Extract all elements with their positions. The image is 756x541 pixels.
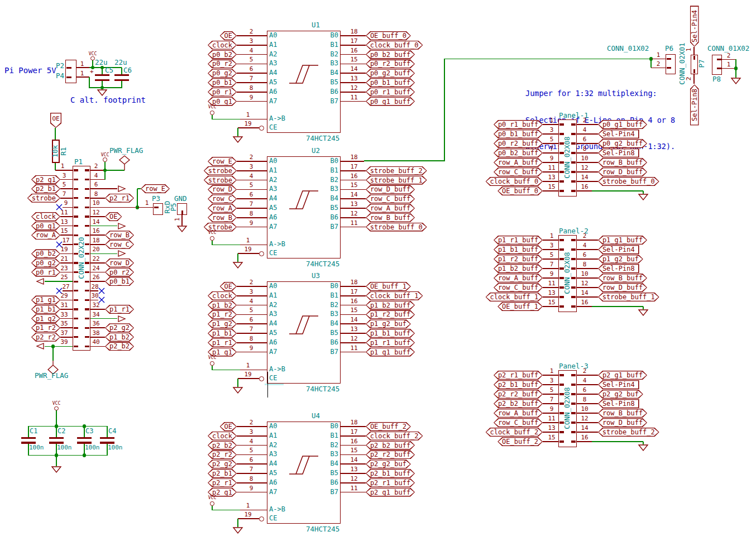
gnd-symbol[interactable] — [176, 226, 188, 233]
net-label-row_B_buff[interactable]: row_B_buff — [598, 409, 647, 418]
net-label-Sel-Pin8[interactable]: Sel-Pin8 — [598, 399, 639, 408]
net-label-p2_r2_buff[interactable]: p2_r2_buff — [366, 450, 415, 459]
net-label-clock_buff_1[interactable]: clock_buff_1 — [366, 291, 423, 300]
net-label-p2_g1_buff[interactable]: p2_g1_buff — [598, 371, 647, 380]
net-label-p1_g1_buff[interactable]: p1_g1_buff — [366, 348, 415, 357]
net-label-clock_buff_2[interactable]: clock_buff_2 — [366, 432, 423, 441]
gnd-symbol[interactable] — [232, 262, 243, 269]
net-label-row_D[interactable]: row_D — [208, 185, 237, 194]
net-label-p2_r2_buff[interactable]: p2_r2_buff — [494, 390, 543, 399]
net-label-p0_r1_buff[interactable]: p0_r1_buff — [494, 120, 543, 129]
net-label-row_D_buff[interactable]: row_D_buff — [366, 185, 415, 194]
net-label-row_B[interactable]: row_B — [208, 213, 237, 222]
net-label-p0_b1_buff[interactable]: p0_b1_buff — [366, 78, 415, 87]
net-label-p1_r2_buff[interactable]: p1_r2_buff — [494, 255, 543, 264]
net-label-p2_r1_buff[interactable]: p2_r1_buff — [494, 371, 543, 380]
net-label-p2_b1_buff[interactable]: p2_b1_buff — [494, 380, 543, 389]
unconnected-flag-arrow[interactable] — [117, 222, 126, 230]
net-label-row_A_buff[interactable]: row_A_buff — [494, 274, 543, 283]
net-label-p1_g2[interactable]: p1_g2 — [208, 319, 237, 328]
gnd-symbol[interactable] — [638, 194, 649, 201]
net-label-p0_g1_buff[interactable]: p0_g1_buff — [366, 97, 415, 106]
net-label-p1_b1_buff[interactable]: p1_b1_buff — [366, 329, 415, 338]
net-label-row_D_buff[interactable]: row_D_buff — [598, 167, 647, 176]
net-label-p0_b1[interactable]: p0_b1 — [105, 277, 134, 286]
net-label-p1_b1_buff[interactable]: p1_b1_buff — [494, 245, 543, 254]
net-label-row_B_buff[interactable]: row_B_buff — [366, 213, 415, 222]
net-label-p1_b2[interactable]: p1_b2 — [208, 301, 237, 310]
net-label-p1_b2_buff[interactable]: p1_b2_buff — [494, 264, 543, 273]
net-label-Sel-Pin4[interactable]: Sel-Pin4 — [598, 130, 639, 138]
unconnected-flag-arrow[interactable] — [36, 342, 45, 350]
net-label-row_B[interactable]: row_B — [105, 231, 134, 240]
net-label-p0_r1_buff[interactable]: p0_r1_buff — [366, 88, 415, 97]
net-label-p1_b2[interactable]: p1_b2 — [105, 333, 134, 342]
net-label-p0_b1_buff[interactable]: p0_b1_buff — [494, 130, 543, 138]
net-label-p2_g2_buf[interactable]: p2_g2_buf — [598, 390, 643, 399]
net-label-p0_b2_buff[interactable]: p0_b2_buff — [494, 149, 543, 157]
net-label-OE_buff_2[interactable]: OE_buff_2 — [366, 422, 411, 431]
net-label-p0_b1[interactable]: p0_b1 — [208, 78, 237, 87]
gnd-symbol[interactable] — [638, 444, 649, 452]
net-label-p2_b2[interactable]: p2_b2 — [208, 441, 237, 450]
net-label-p1_b1[interactable]: p1_b1 — [208, 329, 237, 338]
net-label-strobe_buff_0[interactable]: strobe_buff_0 — [366, 223, 427, 232]
net-label-p0_r2_buff[interactable]: p0_r2_buff — [494, 139, 543, 148]
net-label-Sel-Pin8[interactable]: Sel-Pin8 — [598, 149, 639, 157]
net-label-p1_g2_buf[interactable]: p1_g2_buf — [598, 255, 643, 264]
net-label-row_C_buff[interactable]: row_C_buff — [494, 167, 543, 176]
net-label-p1_r2_buff[interactable]: p1_r2_buff — [366, 310, 415, 319]
net-label-clock[interactable]: clock — [208, 291, 237, 300]
net-label-row_C[interactable]: row_C — [105, 240, 134, 249]
net-label-p0_r1[interactable]: p0_r1 — [208, 88, 237, 97]
net-label-p1_r1_buff[interactable]: p1_r1_buff — [366, 338, 415, 347]
net-label-clock[interactable]: clock — [208, 432, 237, 441]
net-label-Sel-Pin4[interactable]: Sel-Pin4 — [598, 380, 639, 389]
net-label-OE_buff_0[interactable]: OE_buff_0 — [366, 31, 411, 40]
net-label-strobe_buff_1[interactable]: strobe_buff_1 — [598, 293, 659, 301]
net-label-OE_buff_0[interactable]: OE_buff_0 — [497, 186, 543, 195]
net-label-p0_b2_buff[interactable]: p0_b2_buff — [366, 50, 415, 59]
unconnected-flag-arrow[interactable] — [117, 185, 126, 193]
net-label-row_D_buff[interactable]: row_D_buff — [598, 283, 647, 292]
unconnected-flag-arrow[interactable] — [117, 315, 126, 323]
net-label-p1_r1[interactable]: p1_r1 — [208, 338, 237, 347]
net-label-p2_g2[interactable]: p2_g2 — [105, 323, 134, 332]
net-label-row_E[interactable]: row_E — [208, 157, 237, 166]
unconnected-flag-arrow[interactable] — [36, 277, 45, 285]
net-label-strobe[interactable]: strobe — [204, 176, 237, 185]
net-label-Sel-Pin8[interactable]: Sel-Pin8 — [690, 84, 699, 126]
net-label-p1_r2[interactable]: p1_r2 — [208, 310, 237, 319]
net-label-p2_b1_buff[interactable]: p2_b1_buff — [366, 469, 415, 478]
net-label-row_A[interactable]: row_A — [208, 204, 237, 213]
net-label-p0_g2_buff[interactable]: p0_g2_buff — [598, 139, 647, 148]
net-label-clock_buff_1[interactable]: clock_buff_1 — [486, 293, 543, 301]
net-label-row_A_buff[interactable]: row_A_buff — [366, 204, 415, 213]
net-label-p1_r1_buff[interactable]: p1_r1_buff — [494, 236, 543, 245]
net-label-p2_r1[interactable]: p2_r1 — [105, 194, 134, 203]
net-label-p1_g2_buf[interactable]: p1_g2_buf — [366, 319, 411, 328]
net-label-row_B_buff[interactable]: row_B_buff — [598, 274, 647, 283]
net-label-Sel-Pin4[interactable]: Sel-Pin4 — [598, 245, 639, 254]
net-label-OE[interactable]: OE — [105, 212, 122, 221]
net-label-p1_g1_buff[interactable]: p1_g1_buff — [598, 236, 647, 245]
gnd-symbol[interactable] — [638, 309, 649, 317]
net-label-p0_r2_buff[interactable]: p0_r2_buff — [366, 59, 415, 68]
net-label-Sel-Pin8[interactable]: Sel-Pin8 — [598, 264, 639, 273]
net-label-p2_b1[interactable]: p2_b1 — [208, 469, 237, 478]
net-label-strobe_buff_0[interactable]: strobe_buff_0 — [598, 177, 659, 186]
gnd-symbol[interactable] — [232, 387, 243, 394]
gnd-symbol[interactable] — [232, 527, 243, 534]
net-label-p0_g2[interactable]: p0_g2 — [208, 69, 237, 78]
net-label-OE[interactable]: OE — [220, 282, 237, 291]
net-label-clock_buff_0[interactable]: clock_buff_0 — [486, 177, 543, 186]
net-label-p0_r2[interactable]: p0_r2 — [105, 268, 134, 277]
net-label-OE[interactable]: OE — [220, 422, 237, 431]
net-label-row_C_buff[interactable]: row_C_buff — [494, 283, 543, 292]
net-label-p1_b2_buff[interactable]: p1_b2_buff — [366, 301, 415, 310]
net-label-OE[interactable]: OE — [220, 31, 237, 40]
vcc-symbol[interactable] — [103, 157, 107, 162]
gnd-symbol[interactable] — [730, 78, 741, 85]
net-label-p2_r2[interactable]: p2_r2 — [208, 450, 237, 459]
net-label-strobe_buff_2[interactable]: strobe_buff_2 — [598, 428, 659, 437]
